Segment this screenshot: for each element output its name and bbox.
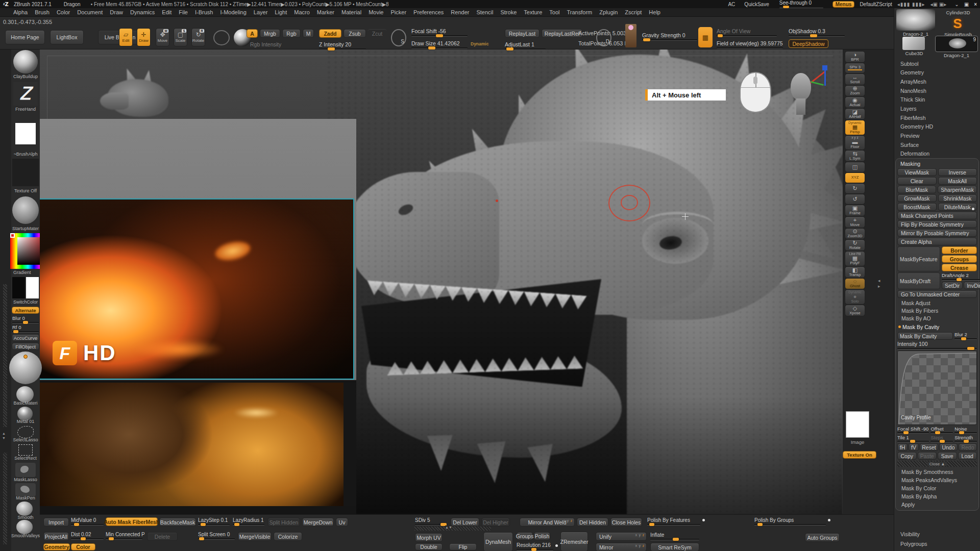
cavity-action-button[interactable]: Copy — [897, 452, 917, 460]
home-page-button[interactable]: Home Page — [5, 30, 45, 44]
layout-icons[interactable]: ◂▣ ▣▸ — [930, 2, 947, 7]
viewport-control-button[interactable]: Dynamic ▦ Persp — [845, 120, 865, 135]
polish-button[interactable]: Polish — [534, 532, 550, 540]
shelf-divider[interactable]: ▲▼ — [414, 527, 491, 531]
cavity-slider[interactable]: Tile 1 — [897, 435, 929, 442]
adjust-last-slider[interactable]: AdjustLast 1 — [505, 41, 546, 50]
mergevisible-button[interactable]: MergeVisible — [238, 532, 272, 541]
masking-wide-button[interactable]: Mirror By Posable Symmetry — [897, 229, 977, 237]
invdir-button[interactable]: InvDir — [964, 282, 980, 289]
zcut-button[interactable]: Zcut — [368, 29, 386, 38]
viewport-control-button[interactable]: ⊕ Zoom — [845, 85, 865, 97]
close-button[interactable]: × — [974, 2, 977, 7]
alternate-button[interactable]: Alternate — [12, 307, 39, 314]
viewport-control-button[interactable]: ◇ Xpose — [845, 305, 865, 316]
color-tab-button[interactable]: Color — [71, 543, 95, 550]
projectall-button[interactable]: ProjectAll — [43, 532, 69, 541]
tool-cube-thumb[interactable] — [902, 37, 925, 50]
gravity-strength-slider[interactable]: Gravity Strength 0 — [642, 32, 697, 41]
menu-item[interactable]: Zscript — [625, 9, 642, 15]
material-startup-thumb[interactable] — [12, 196, 39, 224]
mirror-button[interactable]: x y zMirror — [596, 543, 647, 551]
tool-cylinder-label[interactable]: Cylinder3D — [938, 10, 978, 15]
tool-thumb-dragon[interactable] — [896, 9, 935, 31]
viewport-control-button[interactable]: ◉ Actual — [845, 96, 865, 108]
palette-section-header[interactable]: Visibility — [894, 530, 980, 538]
field-of-view-slider[interactable]: Field of view(deg) 39.59775 — [717, 40, 783, 49]
masking-wide-button[interactable]: Flip By Posable Symmetry — [897, 220, 977, 228]
mergedown-button[interactable]: MergeDown — [302, 518, 334, 527]
groups-button[interactable]: Groups — [517, 532, 533, 540]
viewport-control-button[interactable]: ↻ Rotate — [845, 239, 865, 251]
masking-subsection-header[interactable]: Mask By AO — [897, 314, 977, 322]
menu-item[interactable]: Light — [275, 9, 287, 15]
masking-subsection-header[interactable]: Mask By Fibers — [897, 307, 977, 314]
masking-subsection-header[interactable]: Mask By Color — [897, 484, 977, 492]
cavity-action-button[interactable]: Save — [938, 452, 957, 460]
palette-section-header[interactable]: Surface — [894, 140, 980, 149]
lazystep-slider[interactable]: LazyStep 0.1 — [198, 517, 230, 525]
palette-section-header[interactable]: Geometry HD — [894, 122, 980, 131]
draw-button[interactable]: ✛Draw — [137, 28, 151, 46]
delete-button[interactable]: Delete — [147, 532, 178, 541]
viewport-control-button[interactable]: + Move — [845, 216, 865, 228]
palette-section-header[interactable]: ArrayMesh — [894, 77, 980, 86]
texture-image-thumb[interactable] — [846, 411, 869, 438]
simplebrush-icon[interactable]: S — [948, 15, 967, 32]
masking-button[interactable]: Inverse — [938, 168, 977, 176]
menu-item[interactable]: Movie — [369, 9, 383, 15]
close-subpalette-bar[interactable]: Close ▲ — [897, 461, 977, 467]
switch-color-white[interactable] — [26, 277, 39, 298]
tool-thumb-dragon-selected[interactable]: 9 — [935, 36, 978, 52]
menu-item[interactable]: Render — [451, 9, 469, 15]
masking-button[interactable]: Clear — [897, 177, 937, 185]
viewport-control-button[interactable]: ◫ — [845, 162, 865, 172]
scale-button[interactable]: S▢Scale — [174, 28, 187, 46]
cavity-action-button[interactable]: fV — [909, 443, 919, 451]
viewport-control-button[interactable]: ⇆ L.Sym — [845, 150, 865, 162]
panel-divider-arrows[interactable]: ◂▸ — [878, 278, 880, 289]
switch-color-black[interactable] — [12, 277, 25, 298]
menu-item[interactable]: Macro — [294, 9, 310, 15]
viewport-control-button[interactable]: Line Fill ▦ PolyF — [845, 251, 865, 266]
zsub-button[interactable]: Zsub — [344, 29, 366, 38]
rgb-button[interactable]: Rgb — [282, 29, 301, 38]
menu-item[interactable]: Alpha — [13, 9, 28, 15]
menu-item[interactable]: Color — [57, 9, 70, 15]
cavity-intensity-slider[interactable]: Intensity 100 — [897, 341, 977, 349]
menu-item[interactable]: Preferences — [413, 9, 444, 15]
circle-icon[interactable] — [213, 30, 230, 45]
texture-on-button[interactable]: Texture On — [843, 451, 876, 459]
viewport-control-button[interactable]: ◌ Ghost — [845, 278, 865, 290]
rotate-button[interactable]: R↻Rotate — [191, 28, 205, 46]
masking-button[interactable]: SharpenMask — [938, 186, 977, 193]
edit-button[interactable]: ▱Edit — [119, 28, 133, 46]
masking-subsection-header[interactable]: Mask PeaksAndValleys — [897, 476, 977, 484]
cavity-slider[interactable]: Strength — [954, 435, 977, 442]
accucurve-button[interactable]: AccuCurve — [12, 334, 39, 341]
viewport-control-button[interactable]: Dynamic ● Solo — [845, 289, 865, 305]
sdiv-slider[interactable]: SDiv 5 — [415, 517, 447, 525]
m-button[interactable]: M — [303, 29, 314, 38]
masking-button[interactable]: BlurMask — [897, 186, 936, 193]
menu-item[interactable]: Edit — [162, 9, 172, 15]
palette-section-header[interactable]: NanoMesh — [894, 86, 980, 95]
colorize-button[interactable]: Colorize — [274, 532, 302, 541]
double-button[interactable]: Double — [415, 543, 443, 550]
masking-header[interactable]: Masking — [897, 160, 977, 167]
restore-button[interactable]: ▣ — [964, 2, 969, 7]
lightbox-button[interactable]: LightBox — [50, 30, 84, 44]
masking-wide-button[interactable]: Mask Changed Points — [897, 212, 977, 219]
go-to-unmasked-center-button[interactable]: Go To Unmasked Center — [897, 290, 977, 298]
import-button[interactable]: Import — [43, 518, 69, 527]
mirror-and-weld-button[interactable]: x y zMirror And Weld — [520, 518, 575, 527]
zadd-button[interactable]: Zadd — [319, 29, 341, 38]
geometry-tab-button[interactable]: Geometry — [43, 543, 70, 550]
polish-groups-dot[interactable] — [828, 519, 830, 521]
polish-features-dot[interactable] — [702, 519, 705, 521]
cavity-action-button[interactable]: fH — [897, 443, 908, 451]
feature-option-button[interactable]: Crease — [942, 264, 977, 271]
menu-item[interactable]: Document — [77, 9, 103, 15]
cavity-profile-curve[interactable]: Cavity Profile — [897, 350, 977, 425]
masking-button[interactable]: BoostMask — [897, 203, 937, 211]
